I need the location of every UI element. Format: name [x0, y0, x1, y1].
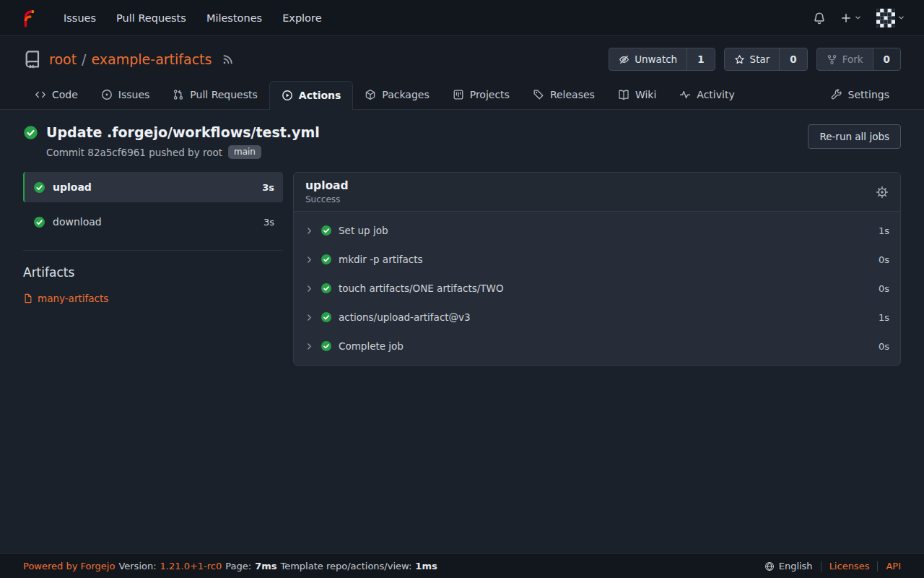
tab-label: Actions: [299, 90, 341, 101]
tab-label: Wiki: [635, 89, 656, 100]
step-row[interactable]: Set up job 1s: [294, 216, 900, 245]
avatar: [876, 9, 895, 27]
job-duration: 3s: [263, 217, 274, 228]
step-name: actions/upload-artifact@v3: [339, 311, 471, 323]
artifacts-section: Artifacts many-artifacts: [23, 250, 283, 304]
run-title: Update .forgejo/workflows/test.yml: [46, 124, 320, 140]
footer: Powered by Forgejo Version: 1.21.0+1-rc0…: [0, 553, 924, 578]
language-selector[interactable]: English: [764, 561, 813, 571]
step-name: Set up job: [339, 225, 388, 236]
tab-wiki[interactable]: Wiki: [606, 81, 668, 109]
tab-code[interactable]: Code: [23, 81, 90, 109]
job-detail-header: upload Success: [294, 173, 900, 212]
step-duration: 0s: [879, 341, 889, 352]
nav-issues[interactable]: Issues: [53, 8, 106, 28]
tab-label: Code: [52, 89, 78, 100]
forgejo-logo-icon[interactable]: [19, 9, 38, 27]
version-link[interactable]: 1.21.0+1-rc0: [160, 561, 222, 571]
success-check-icon: [33, 181, 45, 194]
step-row[interactable]: touch artifacts/ONE artifacts/TWO 0s: [294, 274, 900, 303]
repo-action-buttons: Unwatch 1 Star 0 Fork 0: [609, 48, 901, 71]
step-name: touch artifacts/ONE artifacts/TWO: [339, 282, 504, 294]
footer-divider: [821, 561, 821, 571]
repository-icon: [23, 50, 42, 69]
commit-info: Commit 82a5cf6961 pushed by root main: [46, 145, 320, 159]
book-open-icon: [618, 89, 629, 100]
job-name: upload: [53, 181, 92, 193]
rss-feed-icon[interactable]: [222, 53, 234, 66]
tab-pull-requests[interactable]: Pull Requests: [161, 81, 269, 109]
step-row[interactable]: actions/upload-artifact@v3 1s: [294, 303, 900, 332]
repo-owner-link[interactable]: root: [49, 51, 77, 67]
star-button[interactable]: Star 0: [724, 48, 808, 71]
footer-left: Powered by Forgejo Version: 1.21.0+1-rc0…: [23, 561, 437, 571]
success-check-icon: [321, 282, 332, 294]
job-item-download[interactable]: download 3s: [23, 207, 283, 237]
repo-tabs: Code Issues Pull Requests Actions Packag…: [23, 81, 901, 109]
footer-right: English Licenses API: [764, 561, 901, 571]
api-link[interactable]: API: [886, 561, 901, 571]
settings-wrench-icon: [831, 89, 842, 100]
notifications-bell-icon[interactable]: [813, 12, 826, 25]
run-columns: upload 3s download 3s Artifacts many-art…: [23, 172, 901, 366]
forks-count[interactable]: 0: [873, 48, 900, 70]
branch-badge[interactable]: main: [228, 145, 261, 159]
repo-name-link[interactable]: example-artifacts: [92, 51, 212, 67]
tab-label: Issues: [118, 89, 150, 100]
fork-label: Fork: [842, 53, 863, 65]
tab-issues[interactable]: Issues: [90, 81, 162, 109]
run-header: Update .forgejo/workflows/test.yml Commi…: [23, 118, 901, 172]
tab-label: Settings: [848, 89, 889, 100]
job-detail-title: upload: [305, 179, 349, 192]
chevron-right-icon[interactable]: [305, 284, 314, 293]
step-name: mkdir -p artifacts: [339, 254, 423, 265]
navbar-right: [813, 9, 905, 27]
unwatch-button[interactable]: Unwatch 1: [609, 48, 715, 71]
powered-by-forgejo-link[interactable]: Powered by Forgejo: [23, 561, 115, 571]
footer-divider: [877, 561, 878, 571]
step-row[interactable]: Complete job 0s: [294, 332, 900, 361]
template-label: Template repo/actions/view:: [280, 561, 411, 571]
plus-icon: [840, 12, 852, 24]
tab-projects[interactable]: Projects: [441, 81, 521, 109]
tag-icon: [533, 89, 544, 100]
rerun-all-jobs-button[interactable]: Re-run all jobs: [808, 124, 901, 149]
tab-label: Packages: [382, 89, 429, 100]
tab-actions[interactable]: Actions: [269, 81, 354, 110]
step-row[interactable]: mkdir -p artifacts 0s: [294, 245, 900, 274]
fork-button: Fork 0: [816, 48, 901, 71]
language-label: English: [779, 561, 813, 571]
stars-count[interactable]: 0: [779, 48, 806, 70]
step-name: Complete job: [339, 340, 404, 352]
chevron-down-icon: [897, 14, 905, 22]
pull-request-icon: [173, 89, 184, 100]
breadcrumb-separator: /: [82, 51, 86, 67]
chevron-right-icon[interactable]: [305, 342, 314, 351]
repo-header: root / example-artifacts Unwatch 1 Star …: [0, 36, 924, 110]
star-icon: [734, 54, 745, 65]
job-detail-panel: upload Success Set up job 1s mkdir -p ar…: [293, 172, 901, 366]
artifact-link-many-artifacts[interactable]: many-artifacts: [23, 293, 283, 304]
nav-explore[interactable]: Explore: [272, 8, 331, 28]
nav-pull-requests[interactable]: Pull Requests: [106, 8, 196, 28]
tab-releases[interactable]: Releases: [521, 81, 606, 109]
chevron-right-icon[interactable]: [305, 313, 314, 322]
job-item-upload[interactable]: upload 3s: [23, 172, 283, 202]
chevron-right-icon[interactable]: [305, 255, 314, 264]
tab-activity[interactable]: Activity: [668, 81, 746, 109]
commit-text[interactable]: Commit 82a5cf6961 pushed by root: [46, 147, 222, 158]
tab-packages[interactable]: Packages: [353, 81, 440, 109]
success-check-icon: [33, 216, 45, 228]
user-menu-dropdown[interactable]: [876, 9, 905, 27]
gear-icon[interactable]: [876, 186, 889, 199]
nav-milestones[interactable]: Milestones: [196, 8, 272, 28]
step-duration: 0s: [879, 283, 889, 294]
tab-label: Projects: [470, 89, 510, 100]
chevron-right-icon[interactable]: [305, 226, 314, 236]
watchers-count[interactable]: 1: [687, 48, 714, 70]
repo-title-row: root / example-artifacts Unwatch 1 Star …: [23, 48, 901, 81]
chevron-down-icon: [854, 14, 862, 22]
create-new-dropdown[interactable]: [840, 12, 862, 24]
licenses-link[interactable]: Licenses: [829, 561, 870, 571]
tab-settings[interactable]: Settings: [819, 81, 901, 109]
